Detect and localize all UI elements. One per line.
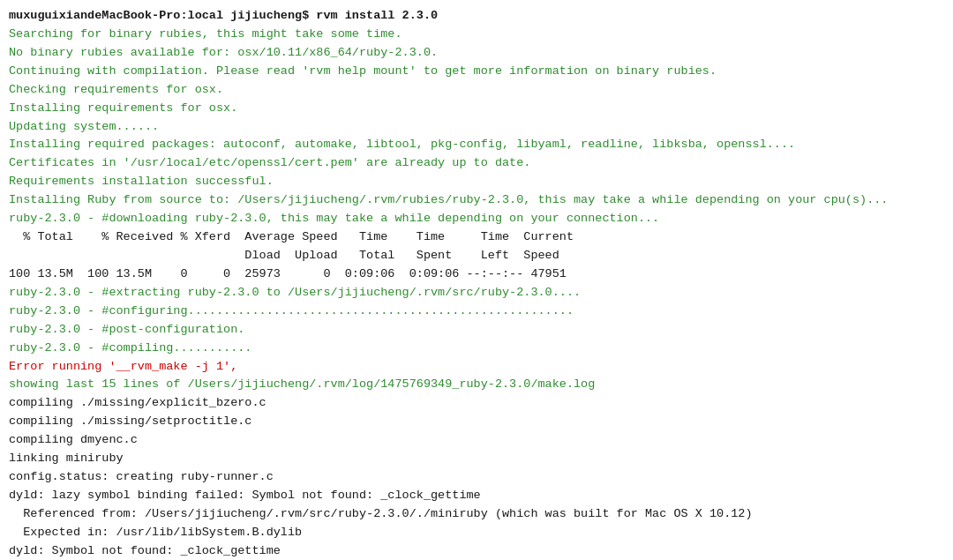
terminal-line: dyld: lazy symbol binding failed: Symbol…: [9, 487, 944, 505]
terminal-line: ruby-2.3.0 - #post-configuration.: [9, 321, 944, 340]
terminal-line: config.status: creating ruby-runner.c: [9, 468, 944, 487]
terminal-line: dyld: Symbol not found: _clock_gettime: [9, 542, 944, 560]
terminal-line: ruby-2.3.0 - #configuring...............…: [9, 302, 944, 321]
terminal-line: compiling ./missing/explicit_bzero.c: [9, 394, 944, 413]
terminal-line: linking miniruby: [9, 450, 944, 468]
terminal-line: Updating system......: [9, 118, 944, 137]
terminal-line: Installing Ruby from source to: /Users/j…: [9, 191, 944, 210]
terminal-line: ruby-2.3.0 - #downloading ruby-2.3.0, th…: [9, 210, 944, 228]
terminal-line: muxuguixiandeMacBook-Pro:local jijiuchen…: [9, 7, 944, 26]
terminal-line: Checking requirements for osx.: [9, 81, 944, 100]
terminal-line: Requirements installation successful.: [9, 173, 944, 191]
terminal-line: Dload Upload Total Spent Left Speed: [9, 247, 944, 265]
terminal-line: % Total % Received % Xferd Average Speed…: [9, 228, 944, 247]
terminal-line: compiling dmyenc.c: [9, 431, 944, 450]
terminal-line: Searching for binary rubies, this might …: [9, 26, 944, 44]
terminal-line: Installing required packages: autoconf, …: [9, 136, 944, 154]
terminal-line: No binary rubies available for: osx/10.1…: [9, 44, 944, 63]
terminal-line: Error running '__rvm_make -j 1',: [9, 358, 944, 377]
terminal-line: ruby-2.3.0 - #extracting ruby-2.3.0 to /…: [9, 284, 944, 302]
terminal-line: compiling ./missing/setproctitle.c: [9, 413, 944, 431]
terminal-line: ruby-2.3.0 - #compiling...........: [9, 340, 944, 358]
terminal-window: muxuguixiandeMacBook-Pro:local jijiuchen…: [0, 0, 953, 560]
terminal-line: Referenced from: /Users/jijiucheng/.rvm/…: [9, 505, 944, 524]
terminal-line: 100 13.5M 100 13.5M 0 0 25973 0 0:09:06 …: [9, 265, 944, 284]
terminal-line: Installing requirements for osx.: [9, 100, 944, 118]
terminal-line: Continuing with compilation. Please read…: [9, 63, 944, 81]
terminal-line: Expected in: /usr/lib/libSystem.B.dylib: [9, 524, 944, 542]
terminal-line: Certificates in '/usr/local/etc/openssl/…: [9, 154, 944, 173]
terminal-line: showing last 15 lines of /Users/jijiuche…: [9, 376, 944, 394]
